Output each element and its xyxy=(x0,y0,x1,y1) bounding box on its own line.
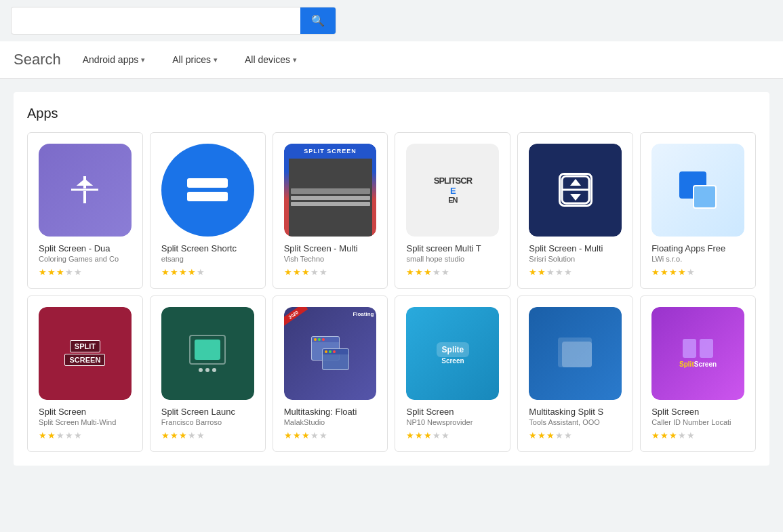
app-developer: Tools Assistant, OOO xyxy=(529,418,622,426)
android-apps-label: Android apps xyxy=(83,54,139,65)
app-icon xyxy=(39,144,132,237)
apps-grid-row1: Split Screen - Dua Coloring Games and Co… xyxy=(27,132,756,289)
app-developer: small hope studio xyxy=(406,255,499,263)
app-name: Split Screen xyxy=(651,407,744,417)
app-name: Split Screen xyxy=(39,407,132,417)
app-card[interactable]: Splite Screen Split Screen NP10 Newsprov… xyxy=(395,295,510,452)
search-input[interactable]: Split Screen Multitasking xyxy=(12,8,300,33)
app-card[interactable]: SPLITSCR E EN Split screen Multi T small… xyxy=(395,132,510,289)
main-content: Apps Split Screen - Dua Coloring Games a… xyxy=(14,92,769,466)
app-icon: 2020 xyxy=(284,307,377,400)
apps-grid-row2: SPLIT SCREEN Split Screen Split Screen M… xyxy=(27,295,756,452)
app-developer: Vish Techno xyxy=(284,255,377,263)
section-title: Apps xyxy=(27,106,756,121)
app-icon xyxy=(161,307,254,400)
app-name: Split Screen - Multi xyxy=(284,243,377,253)
app-name: Split Screen xyxy=(406,407,499,417)
app-card[interactable]: Split Screen - Multi Srisri Solution ★★★… xyxy=(517,132,633,289)
app-card[interactable]: Split Screen Launc Francisco Barroso ★★★… xyxy=(150,295,266,452)
app-icon xyxy=(529,144,622,237)
app-icon: SPLITSCR E EN xyxy=(406,144,499,237)
app-developer: etsang xyxy=(161,255,254,263)
app-icon: Splite Screen xyxy=(406,307,499,400)
all-prices-chevron: ▾ xyxy=(214,56,218,64)
app-icon xyxy=(529,307,622,400)
svg-marker-8 xyxy=(570,194,581,201)
app-name: Split Screen - Multi xyxy=(529,243,622,253)
app-name: Split Screen Shortc xyxy=(161,243,254,253)
app-developer: MalakStudio xyxy=(284,418,377,426)
app-developer: Coloring Games and Co xyxy=(39,255,132,263)
search-bar: Split Screen Multitasking 🔍 xyxy=(11,7,336,35)
search-label: Search xyxy=(14,51,61,68)
app-developer: Split Screen Multi-Wind xyxy=(39,418,132,426)
all-prices-filter[interactable]: All prices ▾ xyxy=(167,52,223,68)
app-name: Split Screen - Dua xyxy=(39,243,132,253)
svg-marker-7 xyxy=(570,179,581,186)
app-icon xyxy=(161,144,254,237)
app-card[interactable]: SPLIT SCREEN Split Screen - Multi Vish T… xyxy=(273,132,388,289)
app-name: Floating Apps Free xyxy=(651,243,744,253)
android-apps-chevron: ▾ xyxy=(141,56,145,64)
app-card[interactable]: Split Screen Split Screen Caller ID Numb… xyxy=(640,295,756,452)
app-developer: Srisri Solution xyxy=(529,255,622,263)
app-name: Split screen Multi T xyxy=(406,243,499,253)
app-name: Multitasking Split S xyxy=(529,407,622,417)
all-prices-label: All prices xyxy=(172,54,211,65)
filter-bar: Search Android apps ▾ All prices ▾ All d… xyxy=(0,41,783,79)
app-card[interactable]: Split Screen Shortc etsang ★★★★★ xyxy=(150,132,266,289)
app-developer: Francisco Barroso xyxy=(161,418,254,426)
svg-marker-4 xyxy=(77,179,93,186)
app-icon: SPLIT SCREEN xyxy=(284,144,377,237)
app-card[interactable]: 2020 xyxy=(273,295,388,452)
app-developer: Caller ID Number Locati xyxy=(651,418,744,426)
app-developer: LWi s.r.o. xyxy=(651,255,744,263)
all-devices-filter[interactable]: All devices ▾ xyxy=(239,52,302,68)
app-card[interactable]: Split Screen - Dua Coloring Games and Co… xyxy=(27,132,143,289)
app-icon: SPLIT SCREEN xyxy=(39,307,132,400)
app-icon xyxy=(651,144,744,237)
all-devices-chevron: ▾ xyxy=(293,56,297,64)
app-card[interactable]: Multitasking Split S Tools Assistant, OO… xyxy=(517,295,633,452)
all-devices-label: All devices xyxy=(245,54,290,65)
header: Split Screen Multitasking 🔍 xyxy=(0,0,783,41)
app-icon: Split Screen xyxy=(651,307,744,400)
app-card[interactable]: Floating Apps Free LWi s.r.o. ★★★★★ xyxy=(640,132,756,289)
app-name: Split Screen Launc xyxy=(161,407,254,417)
android-apps-filter[interactable]: Android apps ▾ xyxy=(77,52,151,68)
search-button[interactable]: 🔍 xyxy=(300,7,336,34)
app-developer: NP10 Newsprovider xyxy=(406,418,499,426)
app-name: Multitasking: Floati xyxy=(284,407,377,417)
app-card[interactable]: SPLIT SCREEN Split Screen Split Screen M… xyxy=(27,295,143,452)
